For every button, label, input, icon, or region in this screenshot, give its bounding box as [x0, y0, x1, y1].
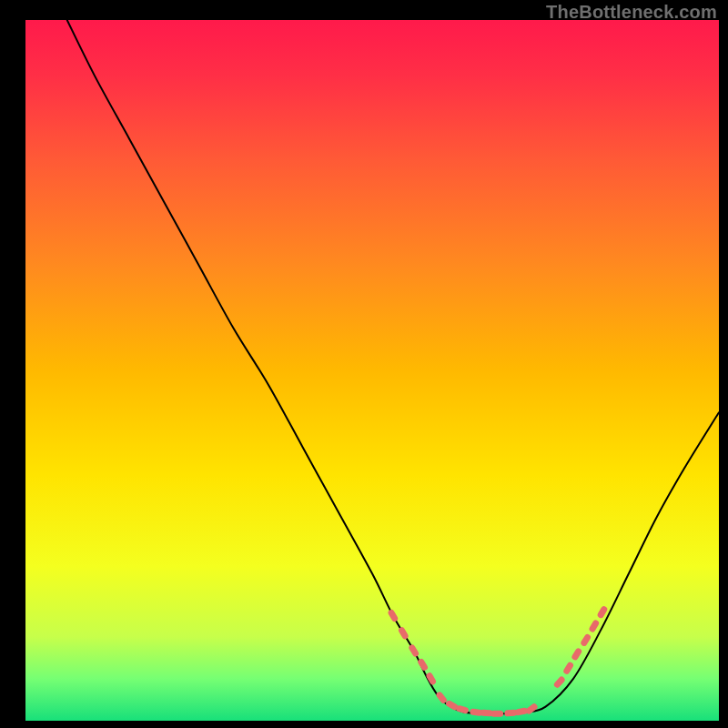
stage: TheBottleneck.com	[0, 0, 728, 728]
highlight-marker	[580, 633, 592, 648]
highlight-marker	[588, 619, 600, 633]
curve-path	[67, 20, 719, 713]
highlight-marker	[571, 647, 582, 662]
highlight-marker	[552, 675, 566, 689]
curve-layer	[25, 20, 719, 721]
watermark-text: TheBottleneck.com	[546, 2, 717, 23]
plot-area	[25, 20, 719, 721]
highlight-marker	[562, 661, 574, 675]
highlight-marker	[525, 703, 539, 715]
highlight-marker	[455, 704, 469, 714]
highlight-marker	[387, 609, 399, 623]
highlight-marker	[408, 643, 420, 658]
highlight-marker	[490, 711, 503, 717]
